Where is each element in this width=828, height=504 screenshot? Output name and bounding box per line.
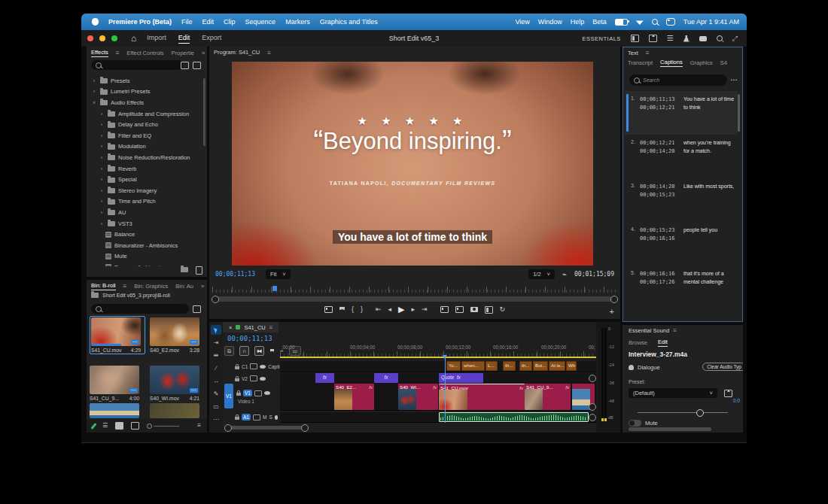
filmstrip-view-button[interactable] <box>131 422 139 430</box>
filter-accelerated-icon[interactable] <box>181 62 189 69</box>
go-to-out-button[interactable]: ⇥ <box>422 306 428 313</box>
add-marker-button[interactable] <box>339 307 345 313</box>
extract-button[interactable] <box>455 306 464 313</box>
tree-item[interactable]: ›Delay and Echo <box>87 119 207 130</box>
tree-item[interactable]: ›Special <box>87 174 207 185</box>
preset-dropdown[interactable]: (Default) ˅ <box>629 388 717 398</box>
more-panels-icon[interactable]: » <box>202 50 205 56</box>
track-resize-handle[interactable] <box>589 414 596 421</box>
chevron-down-icon[interactable]: ˅ <box>91 100 97 105</box>
beta-feedback-icon[interactable] <box>683 35 689 42</box>
panel-menu-icon[interactable]: ≡ <box>116 50 120 56</box>
graphic-clip[interactable]: fx <box>315 373 334 383</box>
chevron-right-icon[interactable]: › <box>99 111 105 117</box>
track-header-v2[interactable]: V2 <box>223 373 280 384</box>
sort-button[interactable]: ≡ <box>197 423 201 429</box>
captions-search-input[interactable]: Search <box>629 74 727 86</box>
lock-icon[interactable] <box>236 393 241 396</box>
effects-scrollbar[interactable] <box>203 78 205 146</box>
tab-browse[interactable]: Browse <box>629 339 647 346</box>
bin-item[interactable]: ••• S40_WI.mov4:21 <box>150 366 202 401</box>
lift-button[interactable] <box>440 306 449 313</box>
effects-search-input[interactable] <box>91 60 183 70</box>
slip-tool[interactable]: ↔ <box>211 376 221 386</box>
audio-clip[interactable] <box>439 412 589 422</box>
minimize-window-button[interactable] <box>99 35 105 41</box>
tree-item[interactable]: ›Reverb <box>87 163 207 175</box>
zoom-slider[interactable] <box>147 424 179 429</box>
chevron-right-icon[interactable]: › <box>99 221 105 226</box>
comments-icon[interactable] <box>699 36 707 41</box>
chevron-right-icon[interactable]: › <box>99 166 105 172</box>
caption-clip[interactable]: when... <box>461 361 485 371</box>
gain-value[interactable]: 0.0 <box>733 398 740 403</box>
panel-menu-icon[interactable]: ≡ <box>267 50 271 56</box>
program-playhead[interactable] <box>272 286 277 291</box>
bin-breadcrumb[interactable]: Short Edit v65_3.prproj\B-roll <box>91 292 170 298</box>
tree-item[interactable]: Balance <box>87 229 207 240</box>
tree-item[interactable]: Binauralizer - Ambisonics <box>87 240 207 251</box>
resolution-dropdown[interactable]: 1/2˅ <box>528 269 555 279</box>
snap-magnet-icon[interactable]: ∩ <box>239 346 249 356</box>
save-preset-icon[interactable] <box>724 390 732 397</box>
menu-graphics-titles[interactable]: Graphics and Titles <box>320 18 378 26</box>
linked-selection-icon[interactable]: ⧓ <box>254 346 264 356</box>
tree-item[interactable]: ›Lumetri Presets <box>87 87 207 98</box>
bin-item[interactable]: ••• S40_E2.mov3:28 <box>150 317 202 353</box>
scrollbar-handle-left[interactable] <box>212 296 219 303</box>
new-bin-icon[interactable] <box>181 267 188 272</box>
battery-icon[interactable] <box>615 19 628 26</box>
track-header-v1[interactable]: V1 Video 1 <box>223 384 280 410</box>
eye-icon[interactable] <box>260 377 266 381</box>
caption-clip[interactable]: th... <box>503 361 516 371</box>
loop-button[interactable]: ↻ <box>500 306 506 313</box>
settings-wrench-icon[interactable]: ⌁ <box>562 271 567 278</box>
bin-item-selected[interactable]: ••• S41_CU.mov4:29 <box>90 316 145 354</box>
pen-tool[interactable]: ✎ <box>211 389 221 399</box>
program-timecode[interactable]: 00;00;11;13 <box>215 271 255 278</box>
mark-out-button[interactable]: } <box>361 306 363 313</box>
close-icon[interactable]: × <box>229 324 232 331</box>
search-icon[interactable] <box>717 35 723 41</box>
tab-graphics[interactable]: Graphics <box>690 59 713 66</box>
mark-in-button[interactable]: { <box>352 306 354 313</box>
menu-app-name[interactable]: Premiere Pro (Beta) <box>108 18 172 26</box>
caption-text[interactable]: You have a lot of time to think <box>679 96 735 135</box>
bin-item[interactable] <box>150 403 202 418</box>
scroll-handle-left[interactable] <box>224 424 232 432</box>
bin-search-input[interactable] <box>91 304 189 314</box>
program-video-frame[interactable]: ★ ★ ★ ★ ★ “Beyond inspiring.” TATIANA NA… <box>232 62 593 266</box>
scroll-handle-right[interactable] <box>301 424 309 432</box>
es-hscrollbar[interactable] <box>629 427 711 431</box>
filter-32bit-icon[interactable] <box>193 62 201 69</box>
more-options-icon[interactable]: ••• <box>731 77 738 82</box>
eye-icon[interactable] <box>260 365 266 369</box>
zoom-slider-handle[interactable] <box>147 424 152 429</box>
zoom-window-button[interactable] <box>111 35 117 41</box>
text-panel-title[interactable]: Text <box>628 50 638 56</box>
tab-effects[interactable]: Effects <box>91 49 108 57</box>
mute-toggle[interactable] <box>629 420 641 427</box>
ripple-edit-tool[interactable]: ⇹ <box>211 351 221 360</box>
razor-tool[interactable]: ∕ <box>211 363 221 373</box>
program-time-ruler[interactable] <box>212 286 617 293</box>
chevron-right-icon[interactable]: › <box>99 177 105 182</box>
menu-help[interactable]: Help <box>571 18 585 26</box>
caption-clip[interactable]: th... <box>519 361 532 371</box>
program-tab[interactable]: Program: S41_CU <box>214 49 260 56</box>
track-header-c1[interactable]: C1 Captions <box>223 361 280 372</box>
mute-track-button[interactable]: M <box>263 414 266 420</box>
tree-item[interactable]: ›Modulation <box>87 141 207 153</box>
timeline-ruler[interactable]: ;00;00 00;00;04;00 00;00;08;00 00;00;12;… <box>280 345 596 358</box>
tab-bin-broll[interactable]: Bin: B-roll <box>91 282 116 290</box>
panel-menu-icon[interactable]: ≡ <box>673 327 677 334</box>
track-resize-handle[interactable] <box>589 375 596 382</box>
chevron-right-icon[interactable]: › <box>91 78 97 83</box>
hand-tool[interactable]: ⋯ <box>211 414 221 424</box>
chevron-right-icon[interactable]: › <box>99 155 105 160</box>
menu-file[interactable]: File <box>181 18 193 26</box>
video-clip[interactable]: S41_CU_9...fx <box>525 384 571 410</box>
track-resize-handle[interactable] <box>589 403 596 411</box>
video-clip-s41cu[interactable]: S41_CU.movfx <box>439 384 525 410</box>
wifi-icon[interactable] <box>636 19 644 25</box>
